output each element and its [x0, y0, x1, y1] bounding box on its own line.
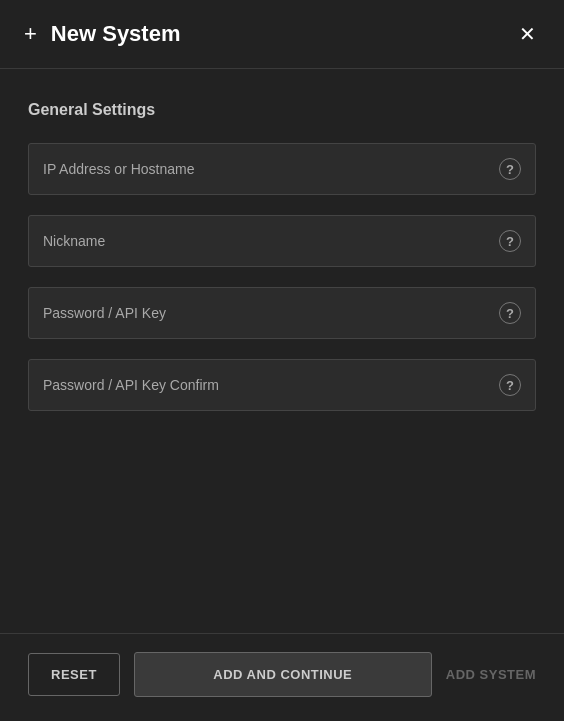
reset-button[interactable]: RESET	[28, 653, 120, 696]
ip-address-input[interactable]	[43, 161, 489, 177]
plus-icon: +	[24, 23, 37, 45]
nickname-field-row: ?	[28, 215, 536, 267]
add-and-continue-button[interactable]: ADD AND CONTINUE	[134, 652, 432, 697]
add-system-button: ADD SYSTEM	[446, 667, 536, 682]
password-confirm-field-row: ?	[28, 359, 536, 411]
password-field-row: ?	[28, 287, 536, 339]
nickname-input[interactable]	[43, 233, 489, 249]
nickname-help-icon[interactable]: ?	[499, 230, 521, 252]
ip-address-help-icon[interactable]: ?	[499, 158, 521, 180]
password-confirm-help-icon[interactable]: ?	[499, 374, 521, 396]
modal-footer: RESET ADD AND CONTINUE ADD SYSTEM	[0, 633, 564, 721]
new-system-modal: + New System ✕ General Settings ? ? ?	[0, 0, 564, 721]
modal-header: + New System ✕	[0, 0, 564, 69]
password-confirm-input[interactable]	[43, 377, 489, 393]
modal-title: New System	[51, 21, 515, 47]
field-group: ? ? ? ?	[28, 143, 536, 613]
close-button[interactable]: ✕	[515, 20, 540, 48]
ip-address-field-row: ?	[28, 143, 536, 195]
modal-content: General Settings ? ? ? ?	[0, 69, 564, 633]
password-input[interactable]	[43, 305, 489, 321]
section-title: General Settings	[28, 101, 536, 119]
password-help-icon[interactable]: ?	[499, 302, 521, 324]
